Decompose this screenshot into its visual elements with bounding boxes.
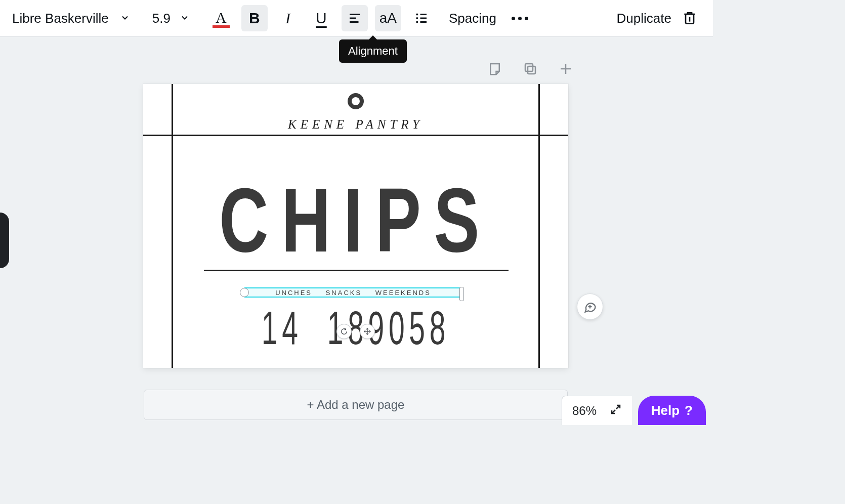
svg-rect-12 — [525, 64, 533, 71]
delete-button[interactable] — [679, 7, 701, 29]
font-family-label: Libre Baskerville — [12, 11, 109, 26]
bold-button[interactable]: B — [241, 5, 268, 31]
text-toolbar: Libre Baskerville 5.9 A B I U — [0, 0, 713, 37]
page-actions — [486, 60, 575, 78]
move-icon — [363, 327, 371, 335]
list-icon — [414, 11, 429, 26]
font-size-picker[interactable]: 5.9 — [152, 11, 190, 26]
zoom-value[interactable]: 86% — [572, 404, 597, 418]
add-page-button[interactable]: + Add a new page — [144, 390, 568, 420]
bold-icon: B — [249, 10, 260, 27]
font-family-picker[interactable]: Libre Baskerville — [12, 11, 130, 26]
svg-point-5 — [416, 21, 418, 23]
label-title-text[interactable]: CHIPS — [196, 167, 515, 272]
alignment-button[interactable] — [342, 5, 368, 31]
plus-icon — [558, 61, 573, 76]
svg-point-3 — [416, 14, 418, 16]
add-page-label: + Add a new page — [307, 398, 405, 412]
dot-icon — [512, 17, 515, 20]
comment-plus-icon — [583, 300, 597, 314]
hole-punch-icon — [348, 93, 364, 109]
divider-line — [204, 270, 509, 271]
trash-icon — [682, 10, 698, 26]
svg-point-4 — [416, 17, 418, 19]
rotate-icon — [340, 327, 348, 335]
tooltip-alignment: Alignment — [339, 39, 407, 63]
selection-rotate-handle[interactable] — [336, 324, 352, 339]
add-comment-button[interactable] — [577, 293, 603, 320]
text-color-button[interactable]: A — [208, 5, 234, 31]
page-duplicate-button[interactable] — [521, 60, 539, 78]
font-size-value: 5.9 — [152, 11, 171, 26]
selected-text-element[interactable]: UNCHES SNACKS WEEEKENDS — [244, 287, 462, 298]
help-button[interactable]: Help ? — [638, 396, 706, 425]
italic-icon: I — [285, 10, 290, 27]
label-tags-text: UNCHES SNACKS WEEEKENDS — [245, 288, 461, 297]
dot-icon — [525, 17, 528, 20]
page-notes-button[interactable] — [486, 60, 504, 78]
align-left-icon — [347, 11, 362, 26]
note-icon — [487, 61, 502, 76]
copy-icon — [523, 61, 538, 76]
case-icon: aA — [379, 10, 397, 26]
underline-icon: U — [316, 10, 327, 27]
zoom-controls: 86% — [562, 396, 632, 425]
chevron-down-icon — [120, 11, 130, 26]
svg-rect-11 — [528, 66, 535, 74]
help-icon: ? — [685, 403, 693, 418]
fullscreen-button[interactable] — [610, 403, 622, 418]
spacing-button[interactable]: Spacing — [449, 11, 496, 26]
italic-button[interactable]: I — [275, 5, 301, 31]
dot-icon — [518, 17, 522, 20]
design-page[interactable]: KEENE PANTRY CHIPS UNCHES SNACKS WEEEKEN… — [143, 84, 568, 368]
uppercase-button[interactable]: aA — [375, 5, 401, 31]
sidebar-collapse-handle[interactable] — [0, 213, 9, 268]
page-add-button[interactable] — [557, 60, 575, 78]
frame-line — [143, 135, 568, 136]
underline-button[interactable]: U — [308, 5, 334, 31]
more-button[interactable] — [512, 17, 528, 20]
help-label: Help — [651, 403, 680, 418]
list-button[interactable] — [408, 5, 435, 31]
label-number-text[interactable]: 14 189058 — [224, 302, 488, 355]
fullscreen-icon — [610, 403, 622, 415]
duplicate-button[interactable]: Duplicate — [617, 11, 671, 26]
label-brand-text[interactable]: KEENE PANTRY — [143, 117, 568, 132]
text-color-icon: A — [213, 9, 230, 28]
selection-move-handle[interactable] — [360, 324, 375, 339]
chevron-down-icon — [180, 11, 190, 26]
